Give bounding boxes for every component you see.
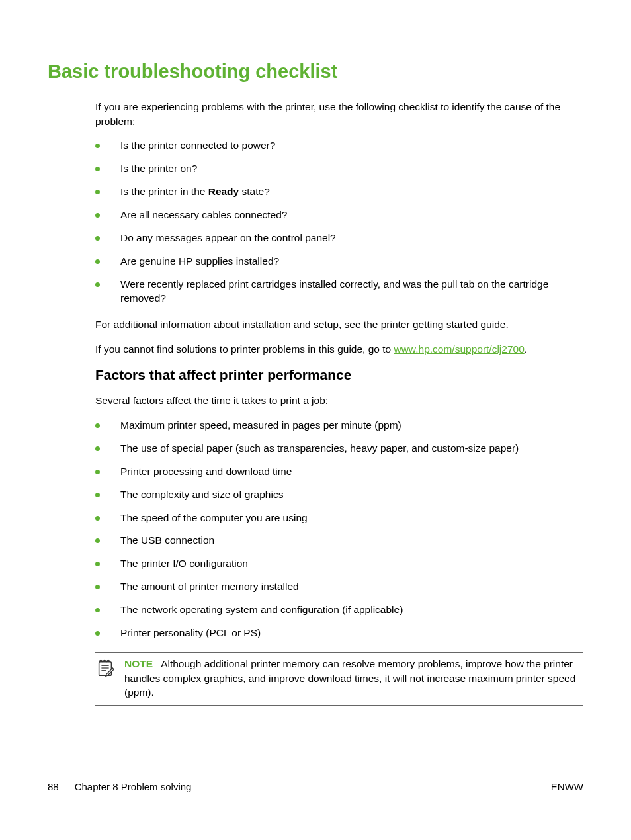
checklist: Is the printer connected to power? Is th… xyxy=(95,139,583,305)
footer-right: ENWW xyxy=(551,781,583,792)
page-title: Basic troubleshooting checklist xyxy=(48,61,583,83)
note-label: NOTE xyxy=(124,658,153,669)
page-footer: 88 Chapter 8 Problem solving ENWW xyxy=(48,781,583,792)
list-item: The amount of printer memory installed xyxy=(95,580,583,594)
list-item: Is the printer on? xyxy=(95,162,583,176)
note-text: NOTE Although additional printer memory … xyxy=(124,657,583,700)
list-item: Printer processing and download time xyxy=(95,465,583,479)
chapter-label: Chapter 8 Problem solving xyxy=(75,781,192,792)
info-paragraph: For additional information about install… xyxy=(95,317,583,332)
note-box: NOTE Although additional printer memory … xyxy=(95,652,583,706)
link-paragraph: If you cannot find solutions to printer … xyxy=(95,342,583,357)
main-content: If you are experiencing problems with th… xyxy=(48,100,583,706)
list-item: The complexity and size of graphics xyxy=(95,488,583,502)
support-link[interactable]: www.hp.com/support/clj2700 xyxy=(394,343,524,355)
list-item: Are all necessary cables connected? xyxy=(95,208,583,222)
page-number: 88 xyxy=(48,781,59,792)
list-item: Maximum printer speed, measured in pages… xyxy=(95,419,583,433)
list-item: Is the printer connected to power? xyxy=(95,139,583,153)
list-item: Were recently replaced print cartridges … xyxy=(95,278,583,306)
list-item: Do any messages appear on the control pa… xyxy=(95,231,583,245)
section-intro: Several factors affect the time it takes… xyxy=(95,394,583,408)
section-heading: Factors that affect printer performance xyxy=(95,367,583,383)
list-item: The speed of the computer you are using xyxy=(95,511,583,525)
intro-paragraph: If you are experiencing problems with th… xyxy=(95,100,583,128)
factors-list: Maximum printer speed, measured in pages… xyxy=(95,419,583,640)
note-icon xyxy=(95,658,115,678)
list-item: The printer I/O configuration xyxy=(95,557,583,571)
list-item: Are genuine HP supplies installed? xyxy=(95,255,583,269)
list-item: Is the printer in the Ready state? xyxy=(95,185,583,199)
list-item: The use of special paper (such as transp… xyxy=(95,442,583,456)
list-item: Printer personality (PCL or PS) xyxy=(95,626,583,640)
list-item: The network operating system and configu… xyxy=(95,603,583,617)
list-item: The USB connection xyxy=(95,534,583,548)
